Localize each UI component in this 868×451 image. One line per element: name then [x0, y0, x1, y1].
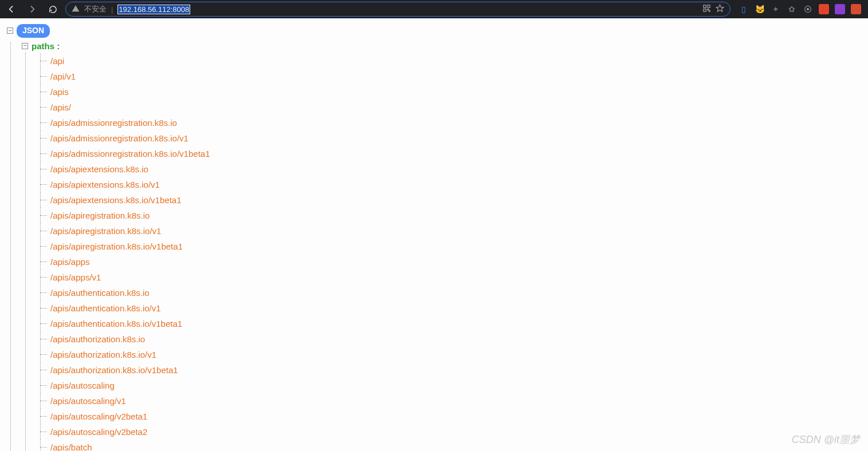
ext-icon-8[interactable] [851, 4, 861, 14]
ext-icon-3[interactable]: ✦ [771, 4, 781, 14]
ext-icon-2[interactable]: 🐱 [755, 4, 765, 14]
path-item[interactable]: /apis/authentication.k8s.io/v1beta1 [40, 316, 861, 331]
ext-icon-4[interactable]: ✿ [787, 4, 797, 14]
collapse-toggle-paths[interactable]: − [22, 43, 28, 49]
path-item[interactable]: /apis/authentication.k8s.io/v1 [40, 300, 861, 316]
path-item[interactable]: /apis/autoscaling/v2beta2 [40, 424, 861, 440]
path-item[interactable]: /apis/batch [40, 440, 861, 451]
path-item[interactable]: /apis/apps [40, 254, 861, 270]
path-item[interactable]: /apis/ [40, 100, 861, 115]
svg-marker-5 [716, 5, 724, 11]
reload-button[interactable] [45, 1, 61, 17]
path-item[interactable]: /api [40, 53, 861, 69]
path-item[interactable]: /apis/autoscaling/v2beta1 [40, 409, 861, 424]
svg-rect-0 [704, 5, 706, 7]
path-item[interactable]: /apis/autoscaling [40, 378, 861, 393]
path-item[interactable]: /apis/admissionregistration.k8s.io/v1 [40, 130, 861, 146]
ext-icon-7[interactable] [835, 4, 845, 14]
back-button[interactable] [3, 1, 19, 17]
path-item[interactable]: /apis/admissionregistration.k8s.io/v1bet… [40, 146, 861, 161]
path-item[interactable]: /apis/apiregistration.k8s.io/v1 [40, 223, 861, 239]
star-icon[interactable] [716, 4, 724, 14]
paths-key-label: paths : [32, 40, 60, 52]
json-root-badge: JSON [17, 24, 50, 38]
path-item[interactable]: /apis/authorization.k8s.io/v1 [40, 347, 861, 362]
path-item[interactable]: /apis/autoscaling/v1 [40, 393, 861, 409]
path-item[interactable]: /apis/admissionregistration.k8s.io [40, 115, 861, 130]
path-item[interactable]: /apis/apiregistration.k8s.io [40, 208, 861, 223]
path-item[interactable]: /apis/apps/v1 [40, 270, 861, 285]
insecure-warning-icon [72, 5, 80, 14]
path-item[interactable]: /apis/apiextensions.k8s.io/v1 [40, 177, 861, 192]
url-text[interactable]: 192.168.56.112:8008 [117, 5, 190, 14]
collapse-toggle-root[interactable]: − [7, 27, 13, 34]
paths-key-row: − paths : [22, 40, 861, 52]
forward-button[interactable] [24, 1, 40, 17]
svg-rect-4 [709, 10, 710, 11]
path-item[interactable]: /apis/apiextensions.k8s.io [40, 161, 861, 177]
path-item[interactable]: /apis/authorization.k8s.io/v1beta1 [40, 362, 861, 378]
page-content: − JSON − paths : /api/api/v1/apis/apis//… [0, 18, 868, 451]
json-root-row: − JSON [7, 24, 861, 38]
path-item[interactable]: /api/v1 [40, 69, 861, 84]
insecure-label: 不安全 [84, 4, 107, 14]
ext-icon-1[interactable]: ▯ [739, 4, 749, 14]
ext-icon-5[interactable]: ⦿ [803, 4, 813, 14]
svg-rect-3 [708, 9, 709, 10]
extension-icons: ▯ 🐱 ✦ ✿ ⦿ [735, 4, 865, 14]
paths-list: /api/api/v1/apis/apis//apis/admissionreg… [40, 53, 861, 451]
path-item[interactable]: /apis/authentication.k8s.io [40, 285, 861, 300]
path-item[interactable]: /apis/apiextensions.k8s.io/v1beta1 [40, 192, 861, 208]
path-item[interactable]: /apis [40, 84, 861, 100]
address-bar[interactable]: 不安全 | 192.168.56.112:8008 [65, 2, 730, 17]
ext-icon-6[interactable] [819, 4, 829, 14]
svg-rect-2 [704, 9, 706, 11]
path-item[interactable]: /apis/apiregistration.k8s.io/v1beta1 [40, 239, 861, 254]
browser-toolbar: 不安全 | 192.168.56.112:8008 ▯ 🐱 ✦ ✿ ⦿ [0, 0, 868, 18]
svg-rect-1 [708, 5, 710, 7]
separator: | [111, 5, 113, 14]
path-item[interactable]: /apis/authorization.k8s.io [40, 331, 861, 347]
qr-icon[interactable] [702, 4, 711, 14]
